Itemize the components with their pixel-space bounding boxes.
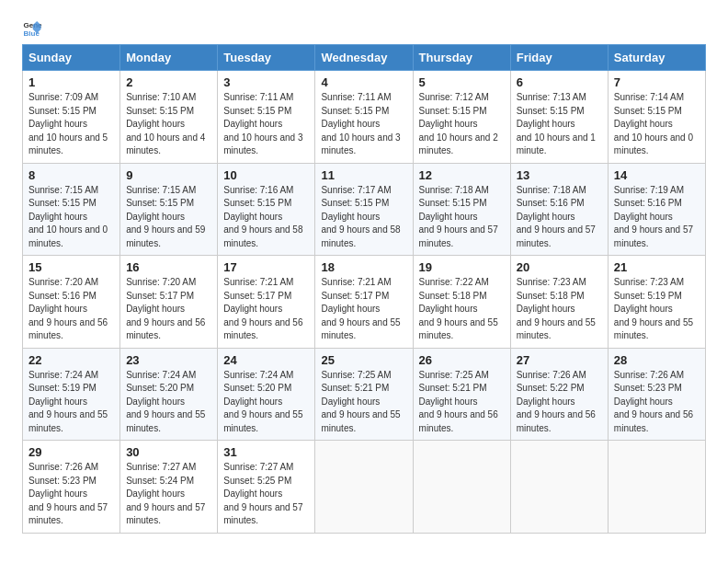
day-number: 30 (126, 445, 211, 459)
day-number: 7 (614, 75, 700, 89)
day-detail: Sunrise: 7:15 AMSunset: 5:15 PMDaylight … (126, 185, 205, 248)
day-detail: Sunrise: 7:16 AMSunset: 5:15 PMDaylight … (223, 185, 302, 248)
day-cell: 28Sunrise: 7:26 AMSunset: 5:23 PMDayligh… (608, 348, 705, 441)
week-row-5: 29Sunrise: 7:26 AMSunset: 5:23 PMDayligh… (23, 441, 706, 534)
day-number: 26 (419, 353, 505, 367)
day-cell: 27Sunrise: 7:26 AMSunset: 5:22 PMDayligh… (510, 348, 608, 441)
day-cell: 21Sunrise: 7:23 AMSunset: 5:19 PMDayligh… (608, 256, 705, 349)
week-row-3: 15Sunrise: 7:20 AMSunset: 5:16 PMDayligh… (23, 256, 706, 349)
day-header-friday: Friday (510, 45, 608, 71)
day-detail: Sunrise: 7:21 AMSunset: 5:17 PMDaylight … (321, 277, 400, 340)
day-cell: 18Sunrise: 7:21 AMSunset: 5:17 PMDayligh… (315, 256, 413, 349)
week-row-4: 22Sunrise: 7:24 AMSunset: 5:19 PMDayligh… (23, 348, 706, 441)
day-detail: Sunrise: 7:24 AMSunset: 5:20 PMDaylight … (223, 370, 302, 433)
day-header-tuesday: Tuesday (218, 45, 315, 71)
day-detail: Sunrise: 7:27 AMSunset: 5:25 PMDaylight … (223, 462, 302, 525)
day-detail: Sunrise: 7:23 AMSunset: 5:18 PMDaylight … (517, 277, 596, 340)
day-number: 2 (126, 75, 211, 89)
day-number: 1 (28, 75, 114, 89)
day-cell: 12Sunrise: 7:18 AMSunset: 5:15 PMDayligh… (413, 163, 510, 256)
day-number: 14 (614, 168, 700, 182)
day-header-wednesday: Wednesday (315, 45, 413, 71)
day-cell: 16Sunrise: 7:20 AMSunset: 5:17 PMDayligh… (120, 256, 218, 349)
day-cell: 17Sunrise: 7:21 AMSunset: 5:17 PMDayligh… (218, 256, 315, 349)
day-number: 28 (614, 353, 700, 367)
day-cell: 7Sunrise: 7:14 AMSunset: 5:15 PMDaylight… (608, 71, 705, 164)
week-row-1: 1Sunrise: 7:09 AMSunset: 5:15 PMDaylight… (23, 71, 706, 164)
day-number: 12 (419, 168, 505, 182)
calendar-table: SundayMondayTuesdayWednesdayThursdayFrid… (22, 44, 706, 534)
day-number: 5 (419, 75, 505, 89)
day-detail: Sunrise: 7:26 AMSunset: 5:22 PMDaylight … (517, 370, 596, 433)
day-number: 10 (223, 168, 309, 182)
day-number: 23 (126, 353, 211, 367)
week-row-2: 8Sunrise: 7:15 AMSunset: 5:15 PMDaylight… (23, 163, 706, 256)
day-detail: Sunrise: 7:25 AMSunset: 5:21 PMDaylight … (321, 370, 400, 433)
day-number: 4 (321, 75, 406, 89)
day-cell: 25Sunrise: 7:25 AMSunset: 5:21 PMDayligh… (315, 348, 413, 441)
day-detail: Sunrise: 7:23 AMSunset: 5:19 PMDaylight … (614, 277, 693, 340)
day-number: 24 (223, 353, 309, 367)
day-header-monday: Monday (120, 45, 218, 71)
day-cell: 4Sunrise: 7:11 AMSunset: 5:15 PMDaylight… (315, 71, 413, 164)
day-detail: Sunrise: 7:27 AMSunset: 5:24 PMDaylight … (126, 462, 205, 525)
day-cell: 14Sunrise: 7:19 AMSunset: 5:16 PMDayligh… (608, 163, 705, 256)
day-detail: Sunrise: 7:19 AMSunset: 5:16 PMDaylight … (614, 185, 693, 248)
day-number: 18 (321, 260, 406, 274)
day-cell: 23Sunrise: 7:24 AMSunset: 5:20 PMDayligh… (120, 348, 218, 441)
day-detail: Sunrise: 7:22 AMSunset: 5:18 PMDaylight … (419, 277, 498, 340)
day-number: 11 (321, 168, 406, 182)
day-detail: Sunrise: 7:13 AMSunset: 5:15 PMDaylight … (517, 92, 596, 155)
day-number: 9 (126, 168, 211, 182)
day-cell: 9Sunrise: 7:15 AMSunset: 5:15 PMDaylight… (120, 163, 218, 256)
day-cell: 3Sunrise: 7:11 AMSunset: 5:15 PMDaylight… (218, 71, 315, 164)
day-cell: 29Sunrise: 7:26 AMSunset: 5:23 PMDayligh… (23, 441, 120, 534)
day-detail: Sunrise: 7:11 AMSunset: 5:15 PMDaylight … (223, 92, 302, 155)
day-detail: Sunrise: 7:12 AMSunset: 5:15 PMDaylight … (419, 92, 498, 155)
day-number: 16 (126, 260, 211, 274)
day-number: 22 (28, 353, 114, 367)
day-detail: Sunrise: 7:26 AMSunset: 5:23 PMDaylight … (28, 462, 108, 525)
day-number: 31 (223, 445, 309, 459)
day-cell: 26Sunrise: 7:25 AMSunset: 5:21 PMDayligh… (413, 348, 510, 441)
day-number: 19 (419, 260, 505, 274)
day-number: 8 (28, 168, 114, 182)
day-number: 29 (28, 445, 114, 459)
day-detail: Sunrise: 7:20 AMSunset: 5:17 PMDaylight … (126, 277, 205, 340)
day-detail: Sunrise: 7:14 AMSunset: 5:15 PMDaylight … (614, 92, 693, 155)
day-cell (510, 441, 608, 534)
day-cell: 5Sunrise: 7:12 AMSunset: 5:15 PMDaylight… (413, 71, 510, 164)
day-detail: Sunrise: 7:17 AMSunset: 5:15 PMDaylight … (321, 185, 400, 248)
day-cell: 22Sunrise: 7:24 AMSunset: 5:19 PMDayligh… (23, 348, 120, 441)
day-cell: 19Sunrise: 7:22 AMSunset: 5:18 PMDayligh… (413, 256, 510, 349)
day-detail: Sunrise: 7:18 AMSunset: 5:15 PMDaylight … (419, 185, 498, 248)
day-cell: 10Sunrise: 7:16 AMSunset: 5:15 PMDayligh… (218, 163, 315, 256)
day-cell: 2Sunrise: 7:10 AMSunset: 5:15 PMDaylight… (120, 71, 218, 164)
day-detail: Sunrise: 7:25 AMSunset: 5:21 PMDaylight … (419, 370, 498, 433)
day-detail: Sunrise: 7:09 AMSunset: 5:15 PMDaylight … (28, 92, 108, 155)
logo-icon: General Blue (22, 18, 42, 39)
day-detail: Sunrise: 7:18 AMSunset: 5:16 PMDaylight … (517, 185, 596, 248)
day-detail: Sunrise: 7:20 AMSunset: 5:16 PMDaylight … (28, 277, 108, 340)
day-number: 3 (223, 75, 309, 89)
day-cell (413, 441, 510, 534)
day-header-thursday: Thursday (413, 45, 510, 71)
day-cell: 30Sunrise: 7:27 AMSunset: 5:24 PMDayligh… (120, 441, 218, 534)
day-cell: 20Sunrise: 7:23 AMSunset: 5:18 PMDayligh… (510, 256, 608, 349)
day-number: 15 (28, 260, 114, 274)
day-cell: 1Sunrise: 7:09 AMSunset: 5:15 PMDaylight… (23, 71, 120, 164)
logo: General Blue (22, 18, 46, 39)
day-detail: Sunrise: 7:15 AMSunset: 5:15 PMDaylight … (28, 185, 108, 248)
day-number: 21 (614, 260, 700, 274)
day-number: 27 (517, 353, 602, 367)
day-cell: 31Sunrise: 7:27 AMSunset: 5:25 PMDayligh… (218, 441, 315, 534)
calendar-body: 1Sunrise: 7:09 AMSunset: 5:15 PMDaylight… (23, 71, 706, 534)
day-header-saturday: Saturday (608, 45, 705, 71)
day-detail: Sunrise: 7:24 AMSunset: 5:19 PMDaylight … (28, 370, 108, 433)
days-header-row: SundayMondayTuesdayWednesdayThursdayFrid… (23, 45, 706, 71)
day-cell (608, 441, 705, 534)
day-number: 13 (517, 168, 602, 182)
day-number: 17 (223, 260, 309, 274)
day-detail: Sunrise: 7:10 AMSunset: 5:15 PMDaylight … (126, 92, 205, 155)
day-cell: 15Sunrise: 7:20 AMSunset: 5:16 PMDayligh… (23, 256, 120, 349)
